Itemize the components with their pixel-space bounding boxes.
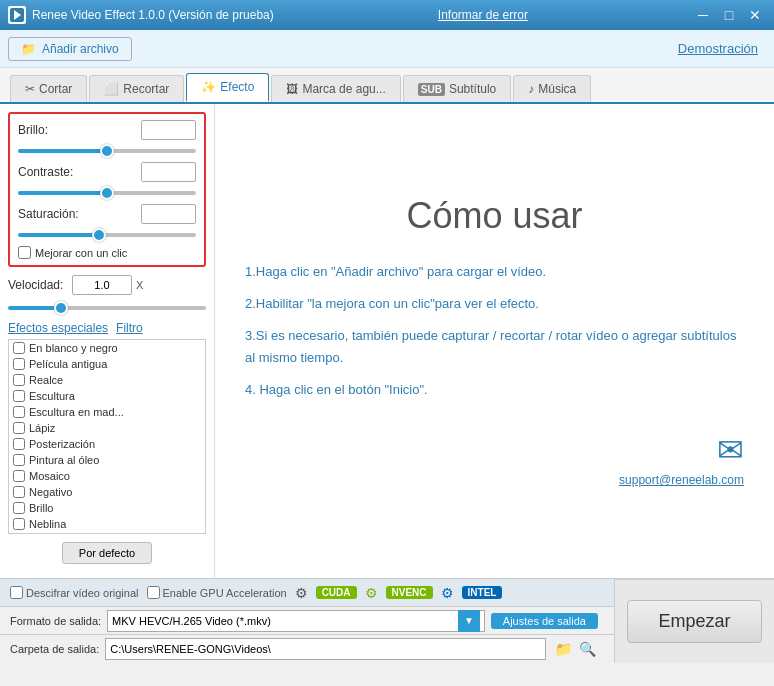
ajustes-button[interactable]: Ajustes de salida (491, 613, 598, 629)
effects-list-item[interactable]: Pintura al óleo (9, 452, 205, 468)
contraste-slider[interactable] (18, 191, 196, 195)
open-folder-button[interactable]: 📁 (552, 638, 574, 660)
gpu-checkbox-row: Enable GPU Acceleration (147, 586, 287, 599)
descifrar-checkbox[interactable] (10, 586, 23, 599)
close-button[interactable]: ✕ (744, 5, 766, 25)
tab-subtitulo-label: Subtítulo (449, 82, 496, 96)
right-panel: Cómo usar 1.Haga clic en "Añadir archivo… (215, 104, 774, 578)
gpu-checkbox[interactable] (147, 586, 160, 599)
tab-musica-label: Música (538, 82, 576, 96)
saturacion-row: Saturación: ▲ ▼ (18, 204, 196, 240)
effect-controls: Brillo: ▲ ▼ Contraste: (8, 112, 206, 267)
effect-checkbox-0[interactable] (13, 342, 25, 354)
effect-checkbox-1[interactable] (13, 358, 25, 370)
maximize-button[interactable]: □ (718, 5, 740, 25)
step-4: 4. Haga clic en el botón "Inicio". (245, 379, 744, 401)
tab-efecto[interactable]: ✨ Efecto (186, 73, 269, 102)
brillo-input[interactable] (142, 124, 196, 136)
effect-checkbox-4[interactable] (13, 406, 25, 418)
mejorar-checkbox[interactable] (18, 246, 31, 259)
effects-list-item[interactable]: Realce (9, 372, 205, 388)
how-to-title: Cómo usar (406, 195, 582, 237)
effect-checkbox-7[interactable] (13, 454, 25, 466)
effect-label-1: Película antigua (29, 358, 107, 370)
tab-marca[interactable]: 🖼 Marca de agu... (271, 75, 400, 102)
contraste-row: Contraste: ▲ ▼ (18, 162, 196, 198)
minimize-button[interactable]: ─ (692, 5, 714, 25)
saturacion-spinbox: ▲ ▼ (141, 204, 196, 224)
brillo-slider[interactable] (18, 149, 196, 153)
velocity-unit: X (136, 279, 143, 291)
start-button[interactable]: Empezar (627, 600, 761, 643)
format-select[interactable]: MKV HEVC/H.265 Video (*.mkv) ▼ (107, 610, 485, 632)
tab-marca-label: Marca de agu... (302, 82, 385, 96)
brillo-row: Brillo: ▲ ▼ (18, 120, 196, 156)
saturacion-label: Saturación: (18, 207, 79, 221)
cuda-badge: CUDA (316, 586, 357, 599)
effect-checkbox-10[interactable] (13, 502, 25, 514)
output-format-label: Formato de salida: (10, 615, 101, 627)
efecto-icon: ✨ (201, 80, 216, 94)
effect-label-0: En blanco y negro (29, 342, 118, 354)
effect-checkbox-2[interactable] (13, 374, 25, 386)
tab-recortar-label: Recortar (123, 82, 169, 96)
search-folder-button[interactable]: 🔍 (576, 638, 598, 660)
special-section: Efectos especiales Filtro En blanco y ne… (8, 321, 206, 534)
cortar-icon: ✂ (25, 82, 35, 96)
effect-checkbox-3[interactable] (13, 390, 25, 402)
effect-label-9: Negativo (29, 486, 72, 498)
effects-list-item[interactable]: En blanco y negro (9, 340, 205, 356)
effects-list-item[interactable]: Negativo (9, 484, 205, 500)
format-value: MKV HEVC/H.265 Video (*.mkv) (112, 615, 458, 627)
tab-subtitulo[interactable]: SUB Subtítulo (403, 75, 512, 102)
effect-label-8: Mosaico (29, 470, 70, 482)
brillo-spinbox: ▲ ▼ (141, 120, 196, 140)
step-3: 3.Si es necesario, también puede captura… (245, 325, 744, 369)
velocity-slider[interactable] (8, 306, 206, 310)
format-dropdown-button[interactable]: ▼ (458, 610, 480, 632)
effect-checkbox-8[interactable] (13, 470, 25, 482)
tab-recortar[interactable]: ⬜ Recortar (89, 75, 184, 102)
report-error-link[interactable]: Informar de error (438, 8, 528, 22)
filtro-link[interactable]: Filtro (116, 321, 143, 335)
efectos-especiales-link[interactable]: Efectos especiales (8, 321, 108, 335)
effect-label-10: Brillo (29, 502, 53, 514)
nav-tabs: ✂ Cortar ⬜ Recortar ✨ Efecto 🖼 Marca de … (0, 68, 774, 104)
tab-musica[interactable]: ♪ Música (513, 75, 591, 102)
nvenc-icon: ⚙ (365, 585, 378, 601)
mejorar-row: Mejorar con un clic (18, 246, 196, 259)
effects-list-item[interactable]: Brillo (9, 500, 205, 516)
support-email-link[interactable]: support@reneelab.com (619, 473, 744, 487)
saturacion-input[interactable] (142, 208, 196, 220)
effects-list-item[interactable]: Escultura en mad... (9, 404, 205, 420)
effects-list-item[interactable]: Lápiz (9, 420, 205, 436)
output-folder-label: Carpeta de salida: (10, 643, 99, 655)
contraste-input[interactable] (142, 166, 196, 178)
tab-cortar[interactable]: ✂ Cortar (10, 75, 87, 102)
effects-list-item[interactable]: Neblina (9, 516, 205, 532)
mejorar-label: Mejorar con un clic (35, 247, 127, 259)
add-file-button[interactable]: 📁 Añadir archivo (8, 37, 132, 61)
tab-efecto-label: Efecto (220, 80, 254, 94)
effect-checkbox-6[interactable] (13, 438, 25, 450)
effect-checkbox-9[interactable] (13, 486, 25, 498)
descifrar-label: Descifrar vídeo original (26, 587, 139, 599)
step-1: 1.Haga clic en "Añadir archivo" para car… (245, 261, 744, 283)
demo-link[interactable]: Demostración (678, 41, 758, 56)
effect-checkbox-11[interactable] (13, 518, 25, 530)
effects-list-item[interactable]: Escultura (9, 388, 205, 404)
saturacion-slider[interactable] (18, 233, 196, 237)
effects-list-item[interactable]: Mosaico (9, 468, 205, 484)
velocity-section: Velocidad: X (8, 275, 206, 313)
effects-list-item[interactable]: Posterización (9, 436, 205, 452)
default-button[interactable]: Por defecto (62, 542, 152, 564)
velocity-label: Velocidad: (8, 278, 68, 292)
effect-checkbox-5[interactable] (13, 422, 25, 434)
step-2: 2.Habilitar "la mejora con un clic"para … (245, 293, 744, 315)
effect-label-6: Posterización (29, 438, 95, 450)
email-icon: ✉ (717, 431, 744, 469)
effects-list-item[interactable]: Película antigua (9, 356, 205, 372)
intel-badge: INTEL (462, 586, 503, 599)
velocity-input[interactable] (72, 275, 132, 295)
effect-label-2: Realce (29, 374, 63, 386)
